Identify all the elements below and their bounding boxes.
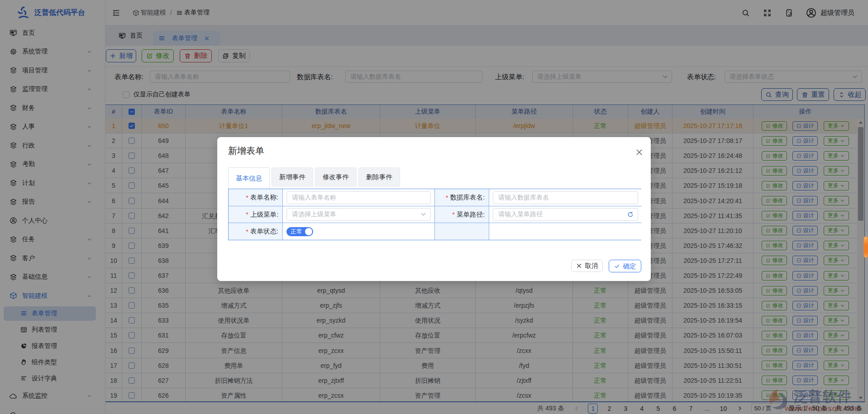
dialog-tab-修改事件[interactable]: 修改事件: [315, 167, 357, 186]
dialog-buttons: 取消 确定: [571, 260, 641, 272]
cancel-button[interactable]: 取消: [571, 260, 603, 272]
refresh-icon[interactable]: [627, 211, 634, 218]
form-db-input[interactable]: 请输入数据库表名: [493, 191, 638, 204]
dialog-title: 新增表单: [228, 145, 264, 157]
empty-field-cell: [489, 223, 642, 240]
placeholder: 请输入表单名称: [292, 194, 336, 202]
field-parent-label: *上级菜单:: [229, 206, 283, 223]
field-db-label: *数据库表名:: [435, 189, 489, 206]
required-mark: *: [452, 211, 455, 218]
status-toggle[interactable]: 正常: [286, 227, 313, 236]
required-mark: *: [246, 211, 248, 218]
field-parent-cell: 请选择上级菜单: [283, 206, 435, 223]
field-path-label: *菜单路径:: [435, 206, 489, 223]
cancel-label: 取消: [585, 262, 598, 270]
field-name-label: *表单名称:: [229, 189, 283, 206]
toggle-knob: [305, 228, 312, 235]
dialog-tab-基本信息[interactable]: 基本信息: [228, 167, 270, 189]
field-db-cell: 请输入数据库表名: [489, 189, 642, 206]
check-icon: [614, 263, 620, 269]
dialog-tab-删除事件[interactable]: 删除事件: [358, 167, 400, 186]
field-path-cell: 请输入菜单路径: [489, 206, 642, 223]
required-mark: *: [246, 194, 248, 201]
dialog-close-icon[interactable]: [635, 148, 643, 156]
dialog-tabs: 基本信息新增事件修改事件删除事件: [228, 167, 402, 189]
add-form-dialog: 新增表单 基本信息新增事件修改事件删除事件 *表单名称: 请输入表单名称 *数据…: [217, 137, 651, 281]
close-icon: [576, 263, 582, 269]
field-status-label: *表单状态:: [229, 223, 283, 240]
field-status-cell: 正常: [283, 223, 435, 240]
confirm-button[interactable]: 确定: [609, 260, 641, 272]
empty-label-cell: [435, 223, 489, 240]
placeholder: 请输入数据库表名: [498, 194, 549, 202]
app-root: 泛普低代码平台 首页系统管理项目管理监理管理财务人事行政考勤计划报告个人中心任务…: [0, 0, 868, 414]
placeholder: 请输入菜单路径: [498, 210, 543, 219]
label-text: 菜单路径:: [457, 210, 485, 219]
label-text: 数据库表名:: [450, 193, 485, 202]
required-mark: *: [446, 194, 448, 201]
ok-label: 确定: [623, 262, 636, 271]
form-name-input[interactable]: 请输入表单名称: [286, 191, 431, 204]
chevron-down-icon: [421, 213, 426, 216]
dialog-tab-新增事件[interactable]: 新增事件: [272, 167, 313, 186]
label-text: 表单状态:: [250, 227, 278, 236]
toggle-label: 正常: [291, 227, 302, 236]
required-mark: *: [246, 228, 248, 235]
form-path-input[interactable]: 请输入菜单路径: [493, 208, 638, 221]
form-parent-select[interactable]: 请选择上级菜单: [286, 208, 431, 221]
window-scrollbar-thumb[interactable]: [864, 237, 868, 257]
dialog-form: *表单名称: 请输入表单名称 *数据库表名: 请输入数据库表名 *上级菜单: 请…: [228, 189, 641, 240]
placeholder: 请选择上级菜单: [292, 210, 336, 219]
field-name-cell: 请输入表单名称: [283, 189, 435, 206]
label-text: 表单名称:: [250, 193, 278, 202]
label-text: 上级菜单:: [250, 210, 278, 219]
